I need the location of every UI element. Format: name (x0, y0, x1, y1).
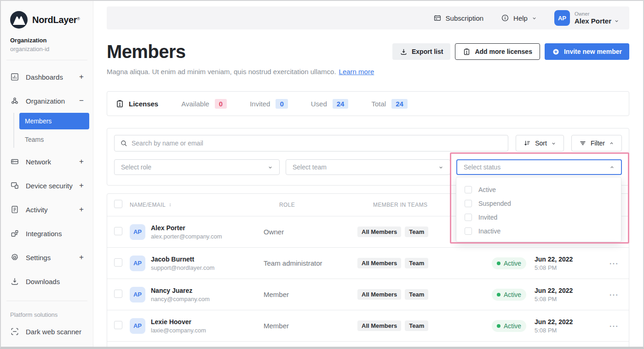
row-checkbox[interactable] (114, 321, 122, 329)
table-row[interactable]: AP Jacob Burnett support@nordlayer.com T… (107, 248, 629, 279)
status-option-inactive[interactable]: Inactive (465, 224, 621, 238)
column-sort-icon[interactable] (168, 202, 172, 208)
user-menu[interactable]: AP Owner Alex Porter (554, 10, 619, 26)
member-date: Jun 22, 2022 (535, 287, 603, 294)
chevron-down-icon (268, 165, 273, 170)
brand-logo[interactable]: NordLayer® (10, 11, 93, 29)
select-role-dropdown[interactable]: Select role (114, 159, 280, 175)
subtitle-text: Magna aliqua. Ut enim ad minim veniam, q… (107, 68, 336, 76)
expand-icon[interactable]: + (79, 253, 84, 262)
select-status-dropdown[interactable]: Select status (456, 159, 622, 175)
organization-label: Organization (10, 37, 93, 44)
status-badge: Active (492, 257, 526, 269)
collapse-icon[interactable]: − (79, 96, 84, 105)
table-row[interactable]: AP Nancy Juarez nancy@company.com Member… (107, 279, 629, 310)
learn-more-link[interactable]: Learn more (339, 68, 374, 76)
stat-badge: 0 (215, 99, 227, 109)
licenses-used: Used 24 (311, 99, 349, 109)
activity-icon (10, 205, 19, 214)
member-role: Member (264, 322, 289, 330)
checkbox[interactable] (465, 214, 472, 221)
member-email: nancy@company.com (151, 296, 264, 302)
checkbox[interactable] (465, 200, 472, 207)
organization-icon (10, 96, 19, 105)
export-list-button[interactable]: Export list (392, 43, 450, 60)
chevron-up-icon (609, 141, 614, 146)
add-more-licenses-button[interactable]: Add more licenses (455, 43, 540, 60)
more-menu-icon[interactable]: ⋯ (609, 290, 619, 300)
brand-registered-mark: ® (77, 16, 80, 21)
row-checkbox[interactable] (114, 227, 122, 235)
sidebar-item-organization[interactable]: Organization − (1, 89, 93, 113)
status-option-invited[interactable]: Invited (465, 210, 621, 224)
sidebar-item-downloads[interactable]: Downloads (1, 269, 93, 293)
option-label: Invited (478, 214, 497, 221)
sidebar-item-label: Settings (26, 254, 51, 262)
row-checkbox[interactable] (114, 258, 122, 267)
plus-circle-icon (552, 48, 560, 56)
filter-label: Filter (591, 140, 605, 147)
column-header-role: ROLE (279, 202, 373, 208)
page-subtitle: Magna aliqua. Ut enim ad minim veniam, q… (107, 67, 629, 76)
member-email: laxie@company.com (151, 327, 264, 334)
row-checkbox[interactable] (114, 290, 122, 298)
team-chip: Team (405, 227, 428, 237)
sidebar-item-settings[interactable]: Settings + (1, 245, 93, 269)
sidebar-item-network[interactable]: Network + (1, 150, 93, 174)
status-option-active[interactable]: Active (465, 183, 621, 197)
avatar: AP (130, 287, 145, 302)
member-role: Team administrator (264, 259, 322, 267)
table-row[interactable]: AP Lexie Hoover laxie@company.com Member… (107, 310, 629, 342)
sidebar-item-device-security[interactable]: Device security + (1, 174, 93, 198)
expand-icon[interactable]: + (79, 205, 84, 214)
subscription-button[interactable]: Subscription (433, 14, 484, 22)
add-more-licenses-label: Add more licenses (475, 48, 532, 55)
sidebar-item-label: Activity (26, 206, 48, 214)
select-team-dropdown[interactable]: Select team (286, 159, 450, 175)
sidebar-item-dashboards[interactable]: Dashboards + (1, 65, 93, 89)
member-time: 5:08 PM (535, 327, 603, 334)
search-box[interactable] (114, 135, 508, 151)
search-input[interactable] (132, 140, 502, 147)
help-menu[interactable]: Help (501, 14, 537, 22)
header-actions: Export list Add more licenses Invite new… (392, 43, 629, 60)
app-window: NordLayer® Organization organization-id … (0, 0, 644, 349)
expand-icon[interactable]: + (79, 72, 84, 81)
sidebar-item-teams[interactable]: Teams (19, 131, 89, 148)
sidebar-item-members[interactable]: Members (19, 113, 89, 129)
sidebar-item-integrations[interactable]: Integrations (1, 221, 93, 245)
status-option-suspended[interactable]: Suspended (465, 197, 621, 210)
select-all-checkbox[interactable] (114, 200, 122, 208)
stat-label: Invited (250, 100, 270, 108)
more-menu-icon[interactable]: ⋯ (609, 258, 619, 268)
column-header-name-email[interactable]: NAME/EMAIL (130, 202, 166, 208)
sort-button[interactable]: Sort (516, 135, 564, 151)
expand-icon[interactable]: + (79, 157, 84, 166)
stat-badge: 0 (276, 99, 288, 109)
status-dot-icon (497, 293, 500, 297)
sidebar-item-label: Members (25, 117, 52, 125)
sidebar-item-dark-web-scanner[interactable]: Dark web scanner (1, 321, 93, 342)
status-badge: Active (492, 289, 526, 301)
filter-icon (579, 140, 586, 147)
team-chip: All Members (357, 320, 401, 331)
filter-button[interactable]: Filter (571, 135, 622, 151)
member-role: Member (264, 291, 289, 298)
search-icon (120, 140, 127, 147)
checkbox[interactable] (465, 227, 472, 235)
organization-block: Organization organization-id (10, 37, 93, 52)
status-label: Active (504, 322, 521, 330)
member-time: 5:08 PM (535, 264, 603, 271)
option-label: Suspended (478, 200, 511, 207)
avatar: AP (130, 256, 145, 271)
team-chip: All Members (357, 227, 401, 237)
avatar: AP (554, 10, 570, 26)
invite-new-member-button[interactable]: Invite new member (545, 43, 629, 60)
sidebar-item-activity[interactable]: Activity + (1, 198, 93, 221)
team-chip: Team (405, 258, 428, 268)
checkbox[interactable] (465, 186, 472, 193)
more-menu-icon[interactable]: ⋯ (609, 321, 619, 331)
expand-icon[interactable]: + (79, 181, 84, 190)
page-title: Members (107, 41, 185, 63)
help-icon (501, 14, 509, 22)
